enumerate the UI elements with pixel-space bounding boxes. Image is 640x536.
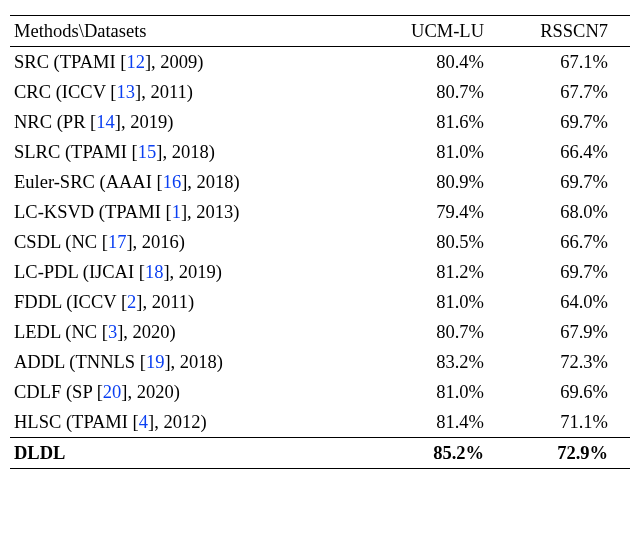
highlight-row: DLDL 85.2% 72.9% bbox=[10, 438, 630, 469]
method-venue: ICCV bbox=[62, 82, 106, 102]
value-ucm-lu: 83.2% bbox=[382, 347, 506, 377]
table-row: CRC (ICCV [13], 2011)80.7%67.7% bbox=[10, 77, 630, 107]
method-venue: TPAMI bbox=[60, 52, 116, 72]
method-cell: CRC (ICCV [13], 2011) bbox=[10, 77, 382, 107]
method-name: SLRC bbox=[14, 142, 60, 162]
method-venue: AAAI bbox=[106, 172, 152, 192]
method-year: 2018 bbox=[180, 352, 217, 372]
table-row: LC-KSVD (TPAMI [1], 2013)79.4%68.0% bbox=[10, 197, 630, 227]
value-ucm-lu: 81.2% bbox=[382, 257, 506, 287]
citation-link[interactable]: 20 bbox=[103, 382, 122, 402]
method-name: CRC bbox=[14, 82, 51, 102]
method-cell: LC-KSVD (TPAMI [1], 2013) bbox=[10, 197, 382, 227]
citation-link[interactable]: 17 bbox=[108, 232, 127, 252]
method-year: 2020 bbox=[137, 382, 174, 402]
value-rsscn7: 69.7% bbox=[506, 167, 630, 197]
value-ucm-lu: 80.7% bbox=[382, 317, 506, 347]
value-rsscn7: 67.7% bbox=[506, 77, 630, 107]
citation-link[interactable]: 16 bbox=[163, 172, 182, 192]
table-row: NRC (PR [14], 2019)81.6%69.7% bbox=[10, 107, 630, 137]
method-name: CSDL bbox=[14, 232, 61, 252]
citation-link[interactable]: 1 bbox=[172, 202, 181, 222]
method-year: 2011 bbox=[150, 82, 186, 102]
value-rsscn7: 66.4% bbox=[506, 137, 630, 167]
method-venue: NC bbox=[71, 322, 97, 342]
method-year: 2016 bbox=[142, 232, 179, 252]
value-ucm-lu: 80.7% bbox=[382, 77, 506, 107]
method-year: 2018 bbox=[172, 142, 209, 162]
table-row: SLRC (TPAMI [15], 2018)81.0%66.4% bbox=[10, 137, 630, 167]
value-ucm-lu: 79.4% bbox=[382, 197, 506, 227]
method-name: Euler-SRC bbox=[14, 172, 95, 192]
method-name: HLSC bbox=[14, 412, 61, 432]
method-name: SRC bbox=[14, 52, 49, 72]
table-row: SRC (TPAMI [12], 2009)80.4%67.1% bbox=[10, 47, 630, 78]
method-venue: TPAMI bbox=[105, 202, 161, 222]
method-venue: PR bbox=[63, 112, 86, 132]
header-methods: Methods\Datasets bbox=[10, 16, 382, 47]
citation-link[interactable]: 13 bbox=[117, 82, 136, 102]
method-name: CDLF bbox=[14, 382, 61, 402]
table-row: ADDL (TNNLS [19], 2018)83.2%72.3% bbox=[10, 347, 630, 377]
value-rsscn7: 72.3% bbox=[506, 347, 630, 377]
value-rsscn7: 71.1% bbox=[506, 407, 630, 438]
method-year: 2012 bbox=[163, 412, 200, 432]
method-cell: ADDL (TNNLS [19], 2018) bbox=[10, 347, 382, 377]
header-col2: RSSCN7 bbox=[506, 16, 630, 47]
citation-link[interactable]: 14 bbox=[96, 112, 115, 132]
method-venue: SP bbox=[72, 382, 92, 402]
value-rsscn7: 64.0% bbox=[506, 287, 630, 317]
table-row: CSDL (NC [17], 2016)80.5%66.7% bbox=[10, 227, 630, 257]
value-rsscn7: 66.7% bbox=[506, 227, 630, 257]
method-cell: LC-PDL (IJCAI [18], 2019) bbox=[10, 257, 382, 287]
table-row: CDLF (SP [20], 2020)81.0%69.6% bbox=[10, 377, 630, 407]
method-venue: TPAMI bbox=[71, 142, 127, 162]
table-row: FDDL (ICCV [2], 2011)81.0%64.0% bbox=[10, 287, 630, 317]
citation-link[interactable]: 3 bbox=[108, 322, 117, 342]
method-name: LC-KSVD bbox=[14, 202, 94, 222]
citation-link[interactable]: 15 bbox=[138, 142, 157, 162]
value-ucm-lu: 81.4% bbox=[382, 407, 506, 438]
value-rsscn7: 69.7% bbox=[506, 107, 630, 137]
table-header-row: Methods\Datasets UCM-LU RSSCN7 bbox=[10, 16, 630, 47]
citation-link[interactable]: 4 bbox=[139, 412, 148, 432]
method-name: ADDL bbox=[14, 352, 65, 372]
method-venue: ICCV bbox=[72, 292, 116, 312]
method-cell: CDLF (SP [20], 2020) bbox=[10, 377, 382, 407]
value-ucm-lu: 81.0% bbox=[382, 137, 506, 167]
method-name: LEDL bbox=[14, 322, 61, 342]
method-year: 2019 bbox=[179, 262, 216, 282]
table-row: HLSC (TPAMI [4], 2012)81.4%71.1% bbox=[10, 407, 630, 438]
value-rsscn7: 69.7% bbox=[506, 257, 630, 287]
value-ucm-lu: 81.6% bbox=[382, 107, 506, 137]
method-cell: LEDL (NC [3], 2020) bbox=[10, 317, 382, 347]
table-row: LC-PDL (IJCAI [18], 2019)81.2%69.7% bbox=[10, 257, 630, 287]
method-year: 2013 bbox=[196, 202, 233, 222]
value-ucm-lu: 81.0% bbox=[382, 287, 506, 317]
table-row: LEDL (NC [3], 2020)80.7%67.9% bbox=[10, 317, 630, 347]
method-name: NRC bbox=[14, 112, 52, 132]
method-venue: NC bbox=[71, 232, 97, 252]
value-rsscn7: 69.6% bbox=[506, 377, 630, 407]
value-rsscn7: 67.9% bbox=[506, 317, 630, 347]
method-name: LC-PDL bbox=[14, 262, 78, 282]
citation-link[interactable]: 18 bbox=[145, 262, 164, 282]
highlight-v1: 85.2% bbox=[382, 438, 506, 469]
method-cell: CSDL (NC [17], 2016) bbox=[10, 227, 382, 257]
method-year: 2019 bbox=[130, 112, 167, 132]
table-row: Euler-SRC (AAAI [16], 2018)80.9%69.7% bbox=[10, 167, 630, 197]
method-cell: SRC (TPAMI [12], 2009) bbox=[10, 47, 382, 78]
value-ucm-lu: 80.9% bbox=[382, 167, 506, 197]
method-year: 2020 bbox=[133, 322, 170, 342]
citation-link[interactable]: 2 bbox=[127, 292, 136, 312]
method-year: 2011 bbox=[152, 292, 188, 312]
method-venue: TNNLS bbox=[76, 352, 136, 372]
method-cell: Euler-SRC (AAAI [16], 2018) bbox=[10, 167, 382, 197]
citation-link[interactable]: 12 bbox=[126, 52, 145, 72]
method-venue: TPAMI bbox=[72, 412, 128, 432]
method-venue: IJCAI bbox=[89, 262, 134, 282]
citation-link[interactable]: 19 bbox=[146, 352, 165, 372]
method-cell: NRC (PR [14], 2019) bbox=[10, 107, 382, 137]
method-cell: HLSC (TPAMI [4], 2012) bbox=[10, 407, 382, 438]
value-ucm-lu: 80.4% bbox=[382, 47, 506, 78]
